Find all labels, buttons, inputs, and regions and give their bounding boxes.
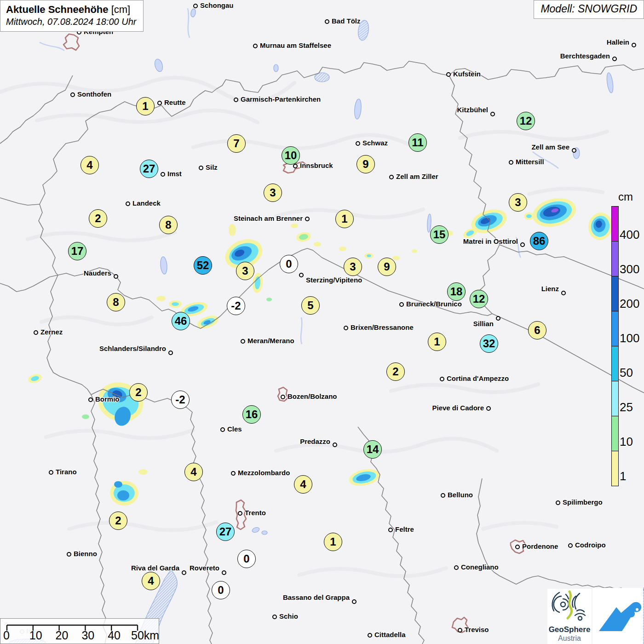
city-label: Codroipo [575,541,606,549]
city-label: Brixen/Bressanone [351,323,414,331]
city-dot-icon [70,92,75,97]
city-label: Berchtesgaden [560,52,610,60]
city-dot-icon [515,545,520,549]
station-value-marker: 18 [447,282,466,301]
station-value-marker: 12 [470,290,488,308]
station-value-marker: 4 [80,156,99,174]
city-label: Cortina d'Ampezzo [447,374,509,382]
station-value-marker: 4 [294,475,312,494]
station-value-marker: 0 [280,255,298,273]
city-label: Mittersill [516,158,544,166]
city-label: Silz [206,163,218,171]
city-label: Bozen/Bolzano [288,392,337,400]
map-title-text: Aktuelle Schneehöhe [6,4,109,15]
city-label: Sonthofen [77,90,111,98]
city-dot-icon [199,166,203,170]
legend-color-bar [611,206,619,486]
station-value-marker: 4 [184,463,203,481]
city-label: Bienno [74,550,97,558]
model-box: Modell: SNOWGRID [534,0,644,19]
city-label: Kufstein [453,70,481,78]
city-label: Spilimbergo [563,498,603,506]
station-value-marker: 27 [216,523,235,541]
city-dot-icon [486,406,491,411]
station-value-marker: 32 [480,334,498,353]
station-value-marker: 5 [301,296,320,315]
city-dot-icon [399,302,404,307]
station-value-marker: 2 [89,209,107,228]
station-value-marker: 6 [528,321,546,339]
map-title: Aktuelle Schneehöhe [cm] [6,4,137,16]
scale-bar-number: 30 [81,629,94,642]
legend-color-segment [612,311,618,346]
station-value-marker: 9 [356,155,375,173]
mountain-logo-icon [592,588,643,644]
city-dot-icon [193,4,198,8]
city-label: Meran/Merano [247,337,294,345]
city-dot-icon [352,599,356,604]
city-dot-icon [612,57,617,61]
scale-bar: 01020304050km [0,618,159,644]
station-value-marker: 12 [517,112,535,130]
legend-tick-label: 10 [620,435,633,449]
map-timestamp: Mittwoch, 07.08.2024 18:00 Uhr [6,17,137,27]
geosphere-logo-icon [547,589,592,623]
legend-tick-label: 100 [620,331,639,345]
city-dot-icon [446,72,451,77]
city-label: Feltre [395,525,414,533]
scale-bar-number: 40 [108,629,121,642]
city-label: Landeck [132,199,161,207]
city-dot-icon [490,112,495,116]
legend-tick-label: 25 [620,400,633,414]
station-value-marker: 3 [236,262,254,280]
station-value-marker: 7 [227,134,246,153]
station-value-marker: -2 [227,297,245,315]
station-value-marker: 1 [335,210,354,228]
city-dot-icon [632,43,636,47]
city-label: Zell am Ziller [396,172,438,180]
city-dot-icon [388,528,393,532]
city-label: Schwaz [362,139,388,147]
legend-color-segment [612,416,618,451]
station-value-marker: -2 [171,391,190,409]
city-dot-icon [572,148,576,153]
city-dot-icon [368,633,372,638]
legend-tick-label: 300 [620,262,639,276]
legend-unit-label: cm [618,190,633,203]
city-label: Bormio [95,395,120,403]
city-dot-icon [344,326,348,330]
city-label: Bassano del Grappa [283,593,350,601]
station-value-marker: 27 [140,160,158,178]
hillshade-decor [0,78,607,576]
scale-bar-number: 50km [131,629,159,642]
city-dot-icon [458,628,462,632]
city-dot-icon [441,493,445,498]
city-dot-icon [281,395,285,399]
city-label: Reutte [164,98,186,106]
city-label: Innsbruck [300,161,333,169]
scale-bar-number: 10 [29,629,42,642]
city-label: Sillian [473,320,494,328]
city-dot-icon [114,274,118,279]
city-label: Tirano [56,468,77,476]
city-label: Zernez [40,328,63,336]
city-dot-icon [389,175,394,179]
station-value-marker: 4 [142,572,160,590]
city-dot-icon [222,570,226,575]
city-label: Schio [279,612,298,620]
city-dot-icon [520,242,525,247]
scale-bar-number: 20 [56,629,69,642]
city-dot-icon [49,470,53,475]
station-value-marker: 3 [509,193,527,212]
city-label: Mezzolombardo [238,469,290,477]
city-label: Treviso [465,626,489,633]
legend-color-segment [612,346,618,381]
city-label: Matrei in Osttirol [463,237,518,245]
city-label: Predazzo [300,437,330,445]
city-dot-icon [220,427,225,432]
legend-tick-label: 50 [620,366,633,380]
city-dot-icon [496,316,500,321]
city-dot-icon [272,615,277,619]
station-value-marker: 2 [386,362,405,381]
city-dot-icon [299,273,304,277]
